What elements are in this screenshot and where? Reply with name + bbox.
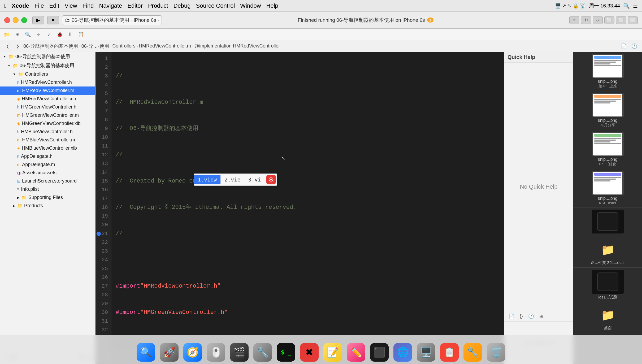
code-editor[interactable]: 1 2 3 4 5 6 7 8 9 10 11 12 13 14 15 16 1 [96,52,504,351]
breadcrumb-project[interactable]: 06-导航控制器的基本使用 [23,43,78,49]
sidebar-item-assets[interactable]: ◑ Assets.xcassets [0,169,95,177]
sidebar-item-launchscreen[interactable]: ⊞ LaunchScreen.storyboard [0,177,95,185]
autocomplete-popup[interactable]: 1.view 2.vie 3.vi S [194,174,277,186]
dock-item-mouse[interactable]: 🖱️ [205,338,227,362]
breadcrumb-new-file-icon[interactable]: 📄 [619,42,628,50]
sidebar-item-hmblue-xib[interactable]: ◈ HMBlueViewController.xib [0,144,95,152]
menu-debug[interactable]: Debug [173,2,191,9]
dock-item-screen[interactable]: 🖥️ [415,338,437,362]
sidebar-item-hmred-m[interactable]: m HMRedViewController.m [0,86,95,95]
menu-xcode[interactable]: Xcode [12,2,29,9]
run-button[interactable]: ▶ [32,16,44,24]
sidebar-item-hmblue-h[interactable]: h HMBlueViewController.h [0,128,95,136]
far-right-item-folder-1[interactable]: 📁 命...件夹 ZJL...etail [573,237,642,268]
menu-find[interactable]: Find [83,2,94,9]
far-right-item-3[interactable]: snip....png 07-...(优化 [573,130,642,169]
rp-grid-icon[interactable]: ⊞ [538,313,545,320]
menu-edit[interactable]: Edit [49,2,59,9]
autocomplete-item-2[interactable]: 2.vie [221,175,244,184]
stop-button[interactable]: ■ [47,16,59,24]
sidebar-item-hmgreen-xib[interactable]: ◈ HMGreenViewController.xib [0,119,95,128]
tests-icon[interactable]: ✓ [45,31,54,38]
dock-item-finder[interactable]: 🔍 [135,338,157,362]
nav-back-icon[interactable]: ❮ [3,42,12,50]
screen-icon: 🖥️ [417,343,435,362]
autocomplete-item-1[interactable]: 1.view [194,175,221,184]
breadcrumb-folder[interactable]: 06-导…-使用 [81,43,109,49]
far-right-item-1[interactable]: snip....png 第13...业准 [573,52,642,91]
dock-item-notes[interactable]: 📝 [322,338,343,362]
dock-item-tools[interactable]: 🔧 [252,338,273,362]
dock-item-clipboard[interactable]: 📋 [439,338,460,362]
far-right-item-4[interactable]: snip....png KSI...aster [573,169,642,207]
menu-help[interactable]: Help [266,2,278,9]
minimize-button[interactable] [13,17,19,23]
dock-item-xmind[interactable]: ✖ [299,338,320,362]
code-content[interactable]: // // HMRedViewController.m // 06-导航控制器的… [111,52,504,351]
menu-product[interactable]: Product [148,2,168,9]
dock-item-iterm[interactable]: ⬛ [369,338,390,362]
breakpoints-icon[interactable]: ⏸ [66,31,75,38]
dock-item-trash[interactable]: 🗑️ [485,338,507,362]
view-toggle-list[interactable]: ≡ [569,16,579,24]
sidebar-item-supporting[interactable]: ▶ 📁 Supporting Files [0,193,95,202]
view-back-forward[interactable]: ⇄ [593,16,603,24]
breadcrumb-symbol[interactable]: @implementation HMRedViewController [194,43,280,49]
rp-curly-icon[interactable]: {} [518,313,524,320]
far-right-item-device-2[interactable]: ios1...试题 [573,268,642,302]
menu-search-icon[interactable]: 🔍 [623,3,630,9]
sidebar-item-root[interactable]: ▼ 📁 06-导航控制器的基本使用 [0,52,95,61]
sidebar-item-hmred-h[interactable]: h HMRedViewController.h [0,78,95,86]
sidebar-item-hmred-xib[interactable]: ◈ HMRedViewController.xib [0,95,95,103]
dock-item-browser[interactable]: 🌐 [392,338,413,362]
scheme-selector[interactable]: 🗂 06-导航控制器的基本使用 › iPhone 6s › [62,15,162,25]
dock-item-settings[interactable]: 🔧 [462,338,483,362]
sidebar-item-info-plist[interactable]: ≡ Info.plist [0,185,95,193]
vcm-icon[interactable]: ⊞ [13,31,22,38]
menu-source-control[interactable]: Source Control [196,2,235,9]
menu-list-icon[interactable]: ☰ [633,3,638,9]
view-toggle-sidebar-right[interactable]: ⬜ [616,16,626,24]
menu-window[interactable]: Window [240,2,261,9]
close-button[interactable] [4,17,10,23]
dock-item-safari[interactable]: 🧭 [182,338,203,362]
nav-forward-icon[interactable]: ❯ [13,42,22,50]
dock-item-launchpad[interactable]: 🚀 [159,338,180,362]
far-right-item-2[interactable]: snip....png 车丹分享 [573,91,642,130]
menu-navigate[interactable]: Navigate [99,2,122,9]
apple-menu[interactable]:  [4,2,6,9]
dock-item-pencil[interactable]: ✏️ [345,338,367,362]
report-icon[interactable]: 📋 [76,31,85,38]
far-right-item-folder-2[interactable]: 📁 桌面 [573,302,642,333]
dock-item-movie[interactable]: 🎬 [229,338,250,362]
sidebar-toggle-icon[interactable]: 📁 [2,31,11,38]
breadcrumb-file[interactable]: HMRedViewController.m [139,43,191,49]
autocomplete-item-3[interactable]: 3.vi [244,175,265,184]
breadcrumb-bar: ❮ ❯ 06-导航控制器的基本使用 › 06-导…-使用 › Controlle… [0,40,642,52]
menu-view[interactable]: View [64,2,77,9]
view-toggle-sidebar-left[interactable]: ⬜ [604,16,614,24]
breadcrumb-clock-icon[interactable]: 🕐 [630,42,639,50]
debug-icon[interactable]: 🐞 [55,31,64,38]
sidebar-item-hmblue-m[interactable]: m HMBlueViewController.m [0,136,95,144]
menu-editor[interactable]: Editor [127,2,142,9]
sidebar-item-hmgreen-m[interactable]: m HMGreenViewController.m [0,111,95,119]
sidebar-item-products[interactable]: ▶ 📁 Products [0,202,95,210]
menu-file[interactable]: File [34,2,44,9]
far-right-item-device-1[interactable] [573,207,642,237]
rp-doc-icon[interactable]: 📄 [507,313,516,320]
dock-item-terminal[interactable]: $ _ [275,338,297,362]
breadcrumb-controllers[interactable]: Controllers [112,43,135,49]
view-toggle-refresh[interactable]: ↻ [581,16,591,24]
search-toolbar-icon[interactable]: 🔍 [23,31,32,38]
warning-badge: 1 [427,18,433,23]
sidebar-item-appdelegate-m[interactable]: m AppDelegate.m [0,161,95,169]
issues-icon[interactable]: ⚠ [34,31,43,38]
sidebar-item-hmgreen-h[interactable]: h HMGreenViewController.h [0,103,95,111]
sidebar-item-appdelegate-h[interactable]: h AppDelegate.h [0,152,95,161]
view-toggle-bottom[interactable]: ⬜ [628,16,638,24]
sidebar-item-project[interactable]: ▼ 📁 06-导航控制器的基本使用 [0,61,95,70]
sidebar-item-controllers[interactable]: ▼ 📁 Controllers [0,70,95,78]
maximize-button[interactable] [21,17,27,23]
rp-clock-icon[interactable]: 🕐 [527,313,536,320]
